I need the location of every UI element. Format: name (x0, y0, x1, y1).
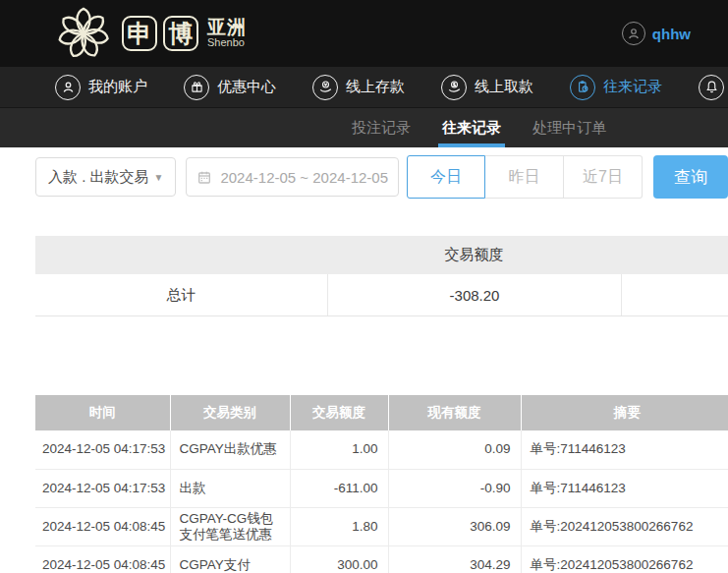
nav-label: 我的账户 (88, 78, 147, 96)
records-tab-bar: 投注记录 往来记录 处理中订单 (0, 107, 728, 147)
cell-type: CGPAY出款优惠 (170, 430, 290, 469)
user-avatar-icon (622, 22, 645, 45)
flower-logo-icon (55, 5, 112, 62)
col-header-balance: 现有额度 (388, 395, 521, 430)
username-text[interactable]: qhhw (652, 26, 691, 42)
nav-item-messages[interactable]: 信 (699, 75, 728, 100)
table-row: 2024-12-05 04:08:45 CGPAY-CG钱包支付笔笔送优惠 1.… (35, 507, 728, 545)
table-row: 2024-12-05 04:17:53 CGPAY出款优惠 1.00 0.09 … (35, 430, 728, 469)
col-header-time: 时间 (35, 395, 170, 430)
tab-processing-orders[interactable]: 处理中订单 (532, 108, 606, 147)
cell-amount: -611.00 (290, 469, 388, 507)
cell-balance: 306.09 (388, 507, 521, 545)
deposit-icon (312, 75, 338, 100)
tab-betting-records[interactable]: 投注记录 (352, 108, 411, 147)
summary-total-row: 总计 -308.20 (35, 274, 728, 316)
page-content: 入款 . 出款交易 ▼ 2024-12-05 ~ 2024-12-05 今日 昨… (0, 155, 728, 573)
summary-empty-cell (621, 274, 728, 315)
logo-region-block: 亚洲 Shenbo (207, 18, 247, 48)
logo-char-bo: 博 (163, 16, 198, 51)
summary-total-label: 总计 (35, 274, 327, 315)
table-row: 2024-12-05 04:17:53 出款 -611.00 -0.90 单号:… (35, 469, 728, 507)
nav-item-promotions[interactable]: 优惠中心 (184, 75, 276, 100)
cell-time: 2024-12-05 04:08:45 (35, 545, 170, 573)
nav-item-online-withdraw[interactable]: 线上取款 (441, 75, 533, 100)
nav-item-my-account[interactable]: 我的账户 (55, 75, 147, 100)
quick-date-button-group: 今日 昨日 近7日 (407, 155, 643, 199)
logo-region-text: 亚洲 (207, 18, 247, 37)
col-header-summary: 摘要 (521, 395, 728, 430)
today-button[interactable]: 今日 (407, 155, 485, 199)
cell-time: 2024-12-05 04:17:53 (35, 430, 170, 469)
nav-item-transaction-records[interactable]: 往来记录 (570, 75, 662, 100)
cell-balance: -0.90 (388, 469, 521, 507)
last7days-button[interactable]: 近7日 (564, 155, 643, 199)
cell-type: CGPAY-CG钱包支付笔笔送优惠 (170, 507, 290, 545)
cell-summary: 单号:711446123 (521, 469, 728, 507)
gift-icon (184, 75, 209, 100)
logo-char-shen: 申 (122, 16, 157, 51)
bell-icon (699, 75, 724, 100)
transaction-type-value: 入款 . 出款交易 (48, 168, 149, 187)
col-header-type: 交易类别 (170, 395, 290, 430)
query-button[interactable]: 查询 (653, 155, 728, 199)
summary-header-amount-label: 交易额度 (327, 246, 621, 264)
cell-time: 2024-12-05 04:08:45 (35, 507, 170, 545)
cell-time: 2024-12-05 04:17:53 (35, 469, 170, 507)
chevron-down-icon: ▼ (154, 172, 164, 183)
cell-amount: 1.00 (290, 430, 388, 469)
account-icon (55, 75, 81, 100)
cell-type: 出款 (170, 469, 290, 507)
records-icon (570, 75, 595, 100)
cell-summary: 单号:202412053800266762 (521, 545, 728, 573)
tab-transaction-records[interactable]: 往来记录 (442, 108, 501, 147)
col-header-amount: 交易额度 (290, 395, 388, 430)
date-range-value: 2024-12-05 ~ 2024-12-05 (220, 169, 388, 186)
transaction-type-select[interactable]: 入款 . 出款交易 ▼ (35, 157, 176, 197)
cell-summary: 单号:711446123 (521, 430, 728, 469)
table-header-row: 时间 交易类别 交易额度 现有额度 摘要 (35, 395, 728, 430)
cell-amount: 300.00 (290, 545, 388, 573)
cell-balance: 304.29 (388, 545, 521, 573)
user-account-area[interactable]: qhhw (622, 22, 691, 45)
nav-label: 线上存款 (346, 78, 405, 96)
date-range-input[interactable]: 2024-12-05 ~ 2024-12-05 (186, 157, 399, 197)
cell-amount: 1.80 (290, 507, 388, 545)
cell-summary: 单号:202412053800266762 (521, 507, 728, 545)
site-logo[interactable]: 申 博 亚洲 Shenbo (55, 5, 247, 62)
summary-table: 交易额度 总计 -308.20 (35, 236, 728, 316)
summary-total-value: -308.20 (327, 274, 621, 315)
nav-label: 优惠中心 (217, 78, 276, 96)
cell-type: CGPAY支付 (170, 545, 290, 573)
cell-balance: 0.09 (388, 430, 521, 469)
top-header-bar: 申 博 亚洲 Shenbo qhhw (0, 0, 728, 67)
withdraw-icon (441, 75, 467, 100)
logo-subtitle-text: Shenbo (207, 37, 247, 49)
main-navigation-bar: 我的账户 优惠中心 线上存款 (0, 67, 728, 107)
filter-toolbar: 入款 . 出款交易 ▼ 2024-12-05 ~ 2024-12-05 今日 昨… (35, 155, 728, 199)
nav-label: 线上取款 (475, 78, 533, 96)
summary-header-row: 交易额度 (35, 236, 728, 274)
transactions-table: 时间 交易类别 交易额度 现有额度 摘要 2024-12-05 04:17:53… (35, 395, 728, 573)
nav-item-online-deposit[interactable]: 线上存款 (312, 75, 405, 100)
calendar-icon (196, 169, 212, 185)
table-row: 2024-12-05 04:08:45 CGPAY支付 300.00 304.2… (35, 545, 728, 573)
yesterday-button[interactable]: 昨日 (485, 155, 564, 199)
nav-label: 往来记录 (603, 78, 662, 96)
